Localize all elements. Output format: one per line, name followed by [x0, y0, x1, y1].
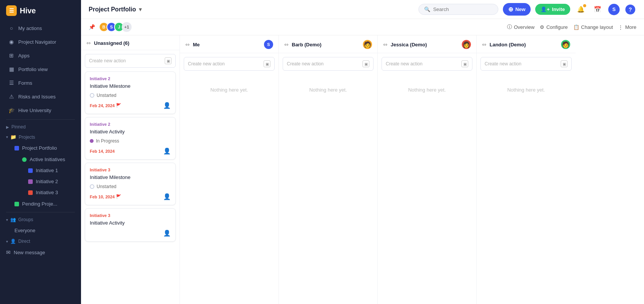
- pinned-section[interactable]: ▶ Pinned: [0, 122, 81, 132]
- sidebar-logo[interactable]: ☰ Hive: [0, 0, 81, 21]
- forms-icon: ☰: [8, 80, 14, 86]
- sidebar-item-my-actions[interactable]: ○ My actions: [2, 22, 79, 35]
- active-initiatives-color: [22, 157, 27, 162]
- nothing-here-text: Nothing here yet.: [382, 74, 472, 105]
- create-action-text: Create new action: [188, 61, 225, 66]
- column-expand-icon[interactable]: ⇔: [383, 41, 388, 48]
- column-expand-icon[interactable]: ⇔: [482, 41, 487, 48]
- apps-icon: ⊞: [8, 52, 14, 59]
- sidebar-item-active-initiatives[interactable]: Active Initiatives: [2, 154, 79, 165]
- card-title: Initiative Milestone: [90, 174, 171, 180]
- column-header-unassigned: ⇔Unassigned (6): [81, 35, 180, 50]
- title-chevron-icon[interactable]: ▾: [139, 6, 142, 13]
- column-cards: Initiative 2Initiative MilestoneUnstarte…: [81, 70, 180, 304]
- topbar: Project Portfolio ▾ 🔍 ⊕ New 👤+ Invite 🔔 …: [81, 0, 644, 19]
- sidebar-item-project-navigator[interactable]: ◉ Project Navigator: [2, 35, 79, 48]
- change-layout-action[interactable]: 📋 Change layout: [573, 24, 613, 30]
- page-title: Project Portfolio: [89, 6, 136, 13]
- task-card[interactable]: Initiative 2Initiative MilestoneUnstarte…: [85, 71, 176, 114]
- create-action-input[interactable]: Create new action ▣: [480, 57, 572, 71]
- task-card[interactable]: Initiative 2Initiative ActivityIn Progre…: [85, 117, 176, 160]
- direct-label: Direct: [18, 239, 30, 244]
- sidebar-item-hive-university[interactable]: 🎓 Hive University: [2, 104, 79, 117]
- card-user-icon[interactable]: 👤: [163, 230, 171, 237]
- column-title: Jessica (Demo): [391, 42, 427, 48]
- sidebar-item-label: Project Navigator: [18, 39, 56, 45]
- create-action-input[interactable]: Create new action ▣: [283, 57, 374, 71]
- sidebar-item-risks-and-issues[interactable]: ⚠ Risks and Issues: [2, 90, 79, 103]
- create-action-text: Create new action: [485, 61, 522, 66]
- column-title: Unassigned (6): [94, 40, 129, 46]
- column-avatar: 👩: [462, 40, 471, 49]
- sidebar-item-initiative-2[interactable]: Initiative 2: [2, 176, 79, 187]
- card-user-icon[interactable]: 👤: [163, 102, 171, 109]
- sidebar-item-initiative-1[interactable]: Initiative 1: [2, 165, 79, 176]
- projects-section[interactable]: ▾ 📁 Projects: [0, 132, 81, 142]
- sidebar-item-pending-projects[interactable]: Pending Proje...: [2, 198, 79, 209]
- card-initiative-label: Initiative 2: [90, 122, 171, 127]
- column-expand-icon[interactable]: ⇔: [284, 41, 289, 48]
- search-box[interactable]: 🔍: [418, 4, 498, 15]
- create-action-text: Create new action: [287, 61, 324, 66]
- task-card[interactable]: Initiative 3Initiative Activity👤: [85, 208, 176, 242]
- new-message-button[interactable]: ✉ New message: [0, 246, 81, 258]
- more-label: More: [625, 24, 636, 30]
- column-header-left-landon-demo: ⇔Landon (Demo): [482, 41, 526, 48]
- card-user-icon[interactable]: 👤: [163, 147, 171, 155]
- status-dot: [90, 184, 94, 189]
- active-initiatives-label: Active Initiatives: [30, 157, 65, 162]
- my-actions-icon: ○: [8, 25, 14, 31]
- groups-section[interactable]: ▾ 👥 Groups: [0, 215, 81, 225]
- create-action-input[interactable]: Create new action ▣: [85, 54, 176, 68]
- card-title: Initiative Activity: [90, 129, 171, 135]
- invite-label: Invite: [552, 6, 565, 12]
- sidebar-item-label: Hive University: [18, 108, 51, 113]
- sub-topbar-right: ⓘ Overview ⚙ Configure 📋 Change layout ⋮…: [507, 24, 636, 30]
- configure-action[interactable]: ⚙ Configure: [540, 24, 568, 30]
- overview-action[interactable]: ⓘ Overview: [507, 24, 534, 30]
- column-expand-icon[interactable]: ⇔: [185, 41, 190, 48]
- column-title: Landon (Demo): [490, 42, 526, 48]
- overview-label: Overview: [514, 24, 534, 30]
- invite-button[interactable]: 👤+ Invite: [535, 4, 570, 15]
- avatar-cluster: B S J +1: [99, 22, 132, 32]
- notifications-button[interactable]: 🔔: [575, 3, 587, 16]
- sidebar-item-project-portfolio[interactable]: Project Portfolio: [2, 142, 79, 154]
- board-column-landon-demo: ⇔Landon (Demo)🧑 Create new action ▣ Noth…: [477, 35, 576, 304]
- task-card[interactable]: Initiative 3Initiative MilestoneUnstarte…: [85, 163, 176, 205]
- new-button[interactable]: ⊕ New: [503, 3, 531, 16]
- user-avatar[interactable]: S: [608, 4, 620, 15]
- calendar-button[interactable]: 📅: [592, 3, 604, 16]
- initiative-2-color: [28, 179, 33, 184]
- direct-section[interactable]: ▾ 👤 Direct: [0, 236, 81, 246]
- card-date: Feb 14, 2024: [90, 149, 114, 154]
- search-input[interactable]: [433, 6, 493, 12]
- sidebar-item-apps[interactable]: ⊞ Apps: [2, 49, 79, 62]
- column-expand-icon[interactable]: ⇔: [86, 40, 91, 46]
- cluster-plus-badge[interactable]: +1: [122, 22, 132, 32]
- create-action-input[interactable]: Create new action ▣: [382, 57, 472, 71]
- projects-chevron-icon: ▾: [6, 135, 8, 139]
- column-title: Me: [193, 42, 200, 48]
- sidebar-item-everyone[interactable]: Everyone: [2, 225, 79, 236]
- board-column-barb-demo: ⇔Barb (Demo)🧑 Create new action ▣ Nothin…: [279, 35, 378, 304]
- create-action-input[interactable]: Create new action ▣: [184, 57, 275, 71]
- card-user-icon[interactable]: 👤: [163, 193, 171, 200]
- column-header-jessica-demo: ⇔Jessica (Demo)👩: [378, 35, 476, 53]
- more-action[interactable]: ⋮ More: [618, 24, 636, 30]
- sub-topbar: 📌 B S J +1 ⓘ Overview ⚙ Configure 📋 Chan…: [81, 19, 644, 35]
- column-cards: Nothing here yet.: [477, 73, 576, 304]
- sidebar-item-initiative-3[interactable]: Initiative 3: [2, 187, 79, 198]
- column-header-landon-demo: ⇔Landon (Demo)🧑: [477, 35, 576, 53]
- sidebar-divider-2: [6, 212, 75, 212]
- pending-projects-color: [14, 202, 19, 206]
- create-action-icon: ▣: [461, 60, 468, 67]
- sidebar-item-forms[interactable]: ☰ Forms: [2, 76, 79, 89]
- pin-icon: 📌: [89, 24, 95, 30]
- sidebar-item-portfolio-view[interactable]: ▦ Portfolio view: [2, 63, 79, 76]
- column-header-left-jessica-demo: ⇔Jessica (Demo): [383, 41, 427, 48]
- card-initiative-label: Initiative 3: [90, 213, 171, 218]
- nothing-here-text: Nothing here yet.: [480, 74, 572, 105]
- help-button[interactable]: ?: [624, 3, 636, 16]
- invite-icon: 👤+: [541, 6, 550, 12]
